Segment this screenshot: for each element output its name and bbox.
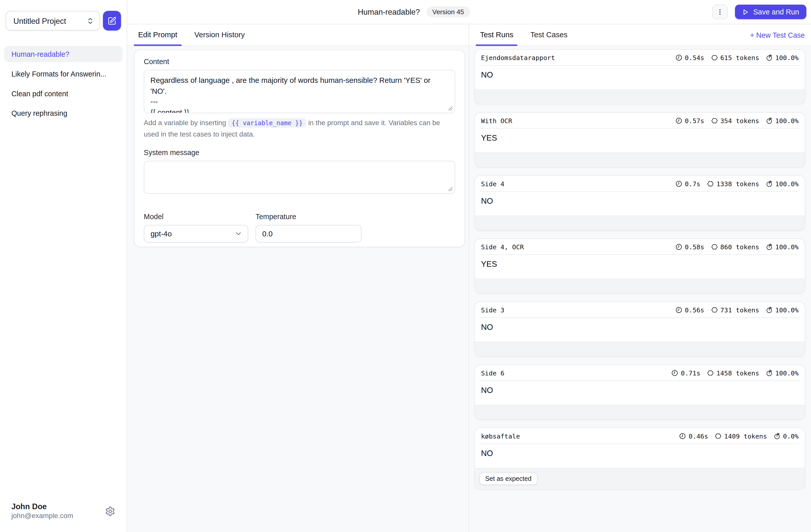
model-select[interactable]: gpt-4o [144, 225, 248, 242]
temperature-label: Temperature [256, 212, 362, 221]
test-run-card[interactable]: Ejendomsdatarapport 0.54s 615 tokens [474, 49, 805, 104]
test-run-name: købsaftale [481, 432, 520, 440]
accuracy-value: 100.0% [775, 116, 799, 124]
editor-column: Edit Prompt Version History Content Rega… [127, 24, 469, 532]
sidebar-prompt-item[interactable]: Query rephrasing [4, 105, 122, 121]
time-stat: 0.7s [675, 179, 700, 187]
sidebar-prompt-item[interactable]: Likely Formats for Answerin... [4, 66, 122, 82]
clock-icon [679, 433, 686, 439]
save-and-run-button[interactable]: Save and Run [735, 4, 807, 19]
editor-body: Content Regardless of language , are the… [127, 46, 469, 532]
clock-icon [675, 306, 682, 313]
test-run-card[interactable]: With OCR 0.57s 354 tokens [474, 112, 805, 168]
test-run-name: With OCR [481, 116, 512, 124]
tokens-value: 615 tokens [720, 53, 759, 61]
tab[interactable]: Test Cases [526, 24, 571, 46]
tokens-stat: 1409 tokens [715, 432, 767, 440]
test-runs-list: Ejendomsdatarapport 0.54s 615 tokens [469, 46, 811, 532]
tests-tabbar: Test Runs Test Cases + New Test Case [469, 24, 811, 46]
test-run-result: NO [475, 381, 805, 405]
test-run-result: YES [475, 129, 805, 153]
test-run-footer [475, 405, 805, 419]
tab[interactable]: Edit Prompt [134, 24, 182, 46]
test-run-footer [475, 216, 805, 230]
tokens-stat: 1458 tokens [707, 369, 759, 377]
temperature-input[interactable] [256, 225, 362, 242]
test-run-result: NO [475, 318, 805, 342]
gear-icon[interactable] [105, 506, 115, 517]
time-value: 0.46s [689, 432, 708, 440]
user-name: John Doe [11, 502, 73, 512]
columns: Edit Prompt Version History Content Rega… [127, 24, 811, 532]
test-run-stats: 0.57s 354 tokens 100.0% [675, 116, 799, 124]
new-test-case-link[interactable]: + New Test Case [750, 31, 805, 39]
tokens-stat: 354 tokens [711, 116, 759, 124]
sidebar-prompt-label: Query rephrasing [11, 109, 67, 117]
user-info: John Doe john@example.com [11, 502, 73, 521]
accuracy-value: 100.0% [775, 53, 799, 61]
test-run-card[interactable]: købsaftale 0.46s 1409 tokens [474, 428, 805, 490]
accuracy-value: 100.0% [775, 306, 799, 314]
kebab-icon [717, 9, 724, 16]
test-run-name: Ejendomsdatarapport [481, 53, 555, 61]
new-prompt-button[interactable] [103, 11, 121, 31]
test-run-name: Side 6 [481, 369, 504, 377]
hexagon-icon [715, 433, 722, 439]
tab[interactable]: Version History [190, 24, 249, 46]
system-message-textarea[interactable] [144, 161, 455, 194]
test-run-header: Side 4 0.7s 1338 tokens [475, 176, 805, 191]
test-run-result: NO [475, 444, 805, 468]
tab[interactable]: Test Runs [476, 24, 518, 46]
hexagon-icon [707, 180, 714, 187]
hexagon-icon [711, 243, 718, 250]
test-run-header: With OCR 0.57s 354 tokens [475, 113, 805, 128]
hexagon-icon [711, 54, 718, 61]
test-run-card[interactable]: Side 3 0.56s 731 tokens [474, 301, 805, 357]
content-label: Content [144, 58, 455, 66]
test-run-stats: 0.58s 860 tokens 100.0% [675, 243, 799, 251]
sidebar-prompt-label: Likely Formats for Answerin... [11, 69, 106, 78]
time-value: 0.54s [685, 53, 704, 61]
sidebar-prompt-label: Clean pdf content [11, 89, 68, 97]
test-run-result: YES [475, 255, 805, 279]
content-textarea[interactable]: Regardless of language , are the majorit… [144, 70, 455, 113]
time-stat: 0.54s [675, 53, 704, 61]
variable-hint-prefix: Add a variable by inserting [144, 119, 226, 127]
tokens-value: 354 tokens [720, 116, 759, 124]
time-value: 0.71s [681, 369, 701, 377]
hexagon-icon [707, 369, 714, 376]
sidebar-prompt-item[interactable]: Human-readable? [4, 46, 122, 62]
prompt-editor-card: Content Regardless of language , are the… [134, 50, 465, 247]
time-stat: 0.71s [672, 369, 701, 377]
test-run-footer: Set as expected [475, 468, 805, 489]
accuracy-stat: 100.0% [766, 53, 799, 61]
save-and-run-label: Save and Run [753, 8, 799, 16]
more-options-button[interactable] [713, 4, 728, 19]
test-run-footer [475, 279, 805, 293]
accuracy-value: 100.0% [775, 243, 799, 251]
project-selector[interactable]: Untitled Project [5, 11, 100, 31]
tokens-value: 1458 tokens [717, 369, 759, 377]
project-selector-value: Untitled Project [13, 16, 66, 25]
time-value: 0.58s [685, 243, 704, 251]
set-as-expected-button[interactable]: Set as expected [479, 472, 537, 485]
time-value: 0.56s [685, 306, 704, 314]
test-run-stats: 0.71s 1458 tokens 100.0% [672, 369, 799, 377]
test-run-stats: 0.7s 1338 tokens 100.0% [675, 179, 799, 187]
test-run-card[interactable]: Side 4, OCR 0.58s 860 tokens [474, 238, 805, 294]
test-run-name: Side 4 [481, 179, 504, 187]
hexagon-icon [711, 117, 718, 124]
app-root: Untitled Project Human-readable? Likely … [0, 0, 811, 532]
time-value: 0.7s [685, 179, 700, 187]
tokens-stat: 731 tokens [711, 306, 759, 314]
chevrons-up-down-icon [87, 17, 94, 25]
user-email: john@example.com [11, 512, 73, 521]
test-run-result: NO [475, 66, 805, 90]
test-run-card[interactable]: Side 4 0.7s 1338 tokens [474, 175, 805, 231]
topbar-actions: Save and Run [713, 4, 807, 19]
test-run-stats: 0.54s 615 tokens 100.0% [675, 53, 799, 61]
topbar-title-group: Human-readable? Version 45 [358, 6, 470, 17]
sidebar-prompt-item[interactable]: Clean pdf content [4, 85, 122, 101]
test-run-card[interactable]: Side 6 0.71s 1458 tokens [474, 364, 805, 420]
gauge-icon [766, 306, 773, 313]
